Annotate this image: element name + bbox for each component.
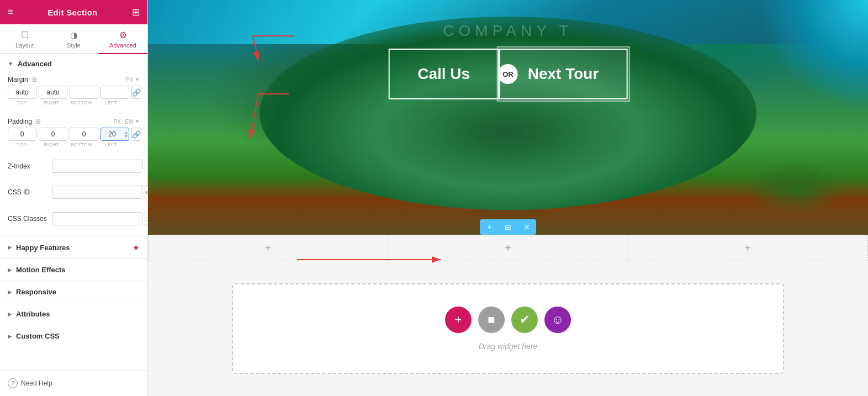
company-text: COMPANY T	[443, 22, 573, 40]
happy-features-arrow-icon: ▶	[8, 245, 12, 250]
padding-bottom-input[interactable]	[70, 128, 98, 141]
style-icon: ◑	[70, 30, 78, 40]
padding-bottom-label: BOTTOM	[67, 142, 95, 147]
attributes-label: Attributes	[16, 310, 50, 318]
custom-css-header[interactable]: ▶ Custom CSS	[0, 325, 147, 347]
advanced-section-heading[interactable]: ▼ Advanced	[0, 54, 147, 73]
happy-features-header[interactable]: ▶ Happy Features ★	[0, 236, 147, 258]
padding-unit-em[interactable]: EM	[125, 119, 133, 125]
padding-unit-toggle[interactable]: ▼	[135, 119, 140, 124]
responsive-header[interactable]: ▶ Responsive	[0, 281, 147, 303]
hero-section: COMPANY T Call Us OR Next Tour + ⊞ ✕	[148, 0, 868, 235]
hero-water-right	[758, 0, 868, 110]
z-index-row: Z-Index	[8, 160, 140, 173]
panel-tabs: ☐ Layout ◑ Style ⚙ Advanced	[0, 24, 147, 54]
margin-bottom-label: BOTTOM	[67, 100, 95, 105]
margin-unit-px[interactable]: PX	[126, 77, 133, 83]
help-circle-icon: ?	[8, 378, 18, 388]
css-classes-row: CSS Classes ≡	[8, 212, 140, 226]
widget-drop-section: + ■ ✔ ☺ Drag widget here	[148, 261, 868, 396]
margin-controls: Margin 🖥 PX ▼ auto auto 🔗 TOP RIGHT BOTT…	[0, 73, 147, 115]
hamburger-icon[interactable]: ≡	[8, 7, 13, 18]
responsive-header-left: ▶ Responsive	[8, 288, 56, 296]
section-controls-bar: + ⊞ ✕	[480, 219, 536, 235]
margin-inputs: auto auto 🔗	[8, 86, 140, 99]
margin-left-input[interactable]	[100, 86, 129, 99]
widget-icons-row: + ■ ✔ ☺	[445, 307, 571, 333]
padding-left-spinners[interactable]: ▲ ▼	[124, 128, 129, 141]
margin-unit-toggle[interactable]: ▼	[135, 77, 140, 82]
advanced-arrow-icon: ▼	[8, 61, 13, 67]
z-index-label: Z-Index	[8, 162, 52, 170]
grid-icon[interactable]: ⊞	[132, 7, 140, 18]
custom-css-section: ▶ Custom CSS	[0, 325, 147, 347]
margin-top-input[interactable]: auto	[8, 86, 36, 99]
call-us-button[interactable]: Call Us	[389, 49, 499, 99]
panel-header: ≡ Edit Section ⊞	[0, 0, 147, 24]
attributes-section: ▶ Attributes	[0, 303, 147, 325]
padding-label-row: Padding 🖥 PX EM ▼	[8, 118, 140, 125]
motion-effects-label: Motion Effects	[16, 266, 66, 274]
padding-link-btn[interactable]: 🔗	[131, 128, 141, 141]
motion-effects-section: ▶ Motion Effects	[0, 258, 147, 281]
css-id-input[interactable]	[52, 186, 142, 199]
padding-left-wrapper: ▲ ▼	[100, 128, 129, 141]
padding-monitor-icon: 🖥	[35, 118, 41, 125]
margin-left-label: LEFT	[97, 100, 125, 105]
margin-top-label: TOP	[8, 100, 35, 105]
section-grid-btn[interactable]: ⊞	[499, 219, 517, 235]
padding-unit-px[interactable]: PX	[114, 119, 121, 125]
right-area: COMPANY T Call Us OR Next Tour + ⊞ ✕ + +…	[148, 0, 868, 396]
attributes-header[interactable]: ▶ Attributes	[0, 303, 147, 325]
custom-css-header-left: ▶ Custom CSS	[8, 332, 60, 340]
cta-or-badge: OR	[498, 64, 518, 84]
widget-stop-btn[interactable]: ■	[478, 307, 505, 333]
margin-link-btn[interactable]: 🔗	[131, 86, 141, 99]
widget-smiley-btn[interactable]: ☺	[544, 307, 571, 333]
widget-add-btn[interactable]: +	[445, 307, 472, 333]
widget-check-btn[interactable]: ✔	[511, 307, 538, 333]
custom-css-arrow-icon: ▶	[8, 334, 12, 339]
margin-right-input[interactable]: auto	[39, 86, 67, 99]
need-help-row[interactable]: ? Need Help	[0, 370, 147, 396]
tab-style[interactable]: ◑ Style	[49, 24, 98, 54]
margin-unit-row: PX ▼	[126, 77, 140, 83]
css-classes-controls: CSS Classes ≡	[0, 209, 147, 236]
responsive-section: ▶ Responsive	[0, 281, 147, 303]
motion-effects-header[interactable]: ▶ Motion Effects	[0, 259, 147, 281]
happy-features-label: Happy Features	[16, 244, 70, 252]
spinner-down[interactable]: ▼	[124, 134, 129, 138]
content-area: + + + + ■ ✔ ☺ Drag widget here	[148, 235, 868, 396]
add-col-3[interactable]: +	[628, 235, 867, 261]
motion-effects-header-left: ▶ Motion Effects	[8, 266, 66, 274]
next-tour-button[interactable]: Next Tour	[499, 49, 628, 99]
margin-bottom-input[interactable]	[70, 86, 98, 99]
margin-label-row: Margin 🖥 PX ▼	[8, 76, 140, 83]
advanced-section-title: Advanced	[18, 60, 52, 68]
drag-text: Drag widget here	[479, 342, 538, 351]
tab-layout[interactable]: ☐ Layout	[0, 24, 49, 54]
padding-right-input[interactable]	[39, 128, 67, 141]
padding-top-input[interactable]	[8, 128, 36, 141]
css-id-controls: CSS ID ≡	[0, 183, 147, 209]
padding-top-label: TOP	[8, 142, 35, 147]
section-close-btn[interactable]: ✕	[517, 219, 536, 235]
padding-inputs: ▲ ▼ 🔗	[8, 128, 140, 141]
tab-advanced[interactable]: ⚙ Advanced	[98, 24, 147, 54]
padding-label-spacer	[127, 142, 140, 147]
section-add-btn[interactable]: +	[480, 219, 499, 235]
css-classes-input[interactable]	[52, 212, 142, 225]
custom-css-label: Custom CSS	[16, 332, 60, 340]
padding-label: Padding 🖥	[8, 118, 41, 125]
z-index-input[interactable]	[52, 160, 142, 173]
add-col-1[interactable]: +	[149, 235, 388, 261]
margin-input-labels: TOP RIGHT BOTTOM LEFT	[8, 100, 140, 105]
padding-input-labels: TOP RIGHT BOTTOM LEFT	[8, 142, 140, 147]
need-help-text: Need Help	[21, 379, 52, 387]
tab-style-label: Style	[67, 42, 80, 49]
happy-features-header-left: ▶ Happy Features	[8, 244, 70, 252]
attributes-header-left: ▶ Attributes	[8, 310, 50, 318]
add-col-2[interactable]: +	[388, 235, 628, 261]
spinner-up[interactable]: ▲	[124, 130, 129, 134]
hero-island	[260, 17, 756, 210]
